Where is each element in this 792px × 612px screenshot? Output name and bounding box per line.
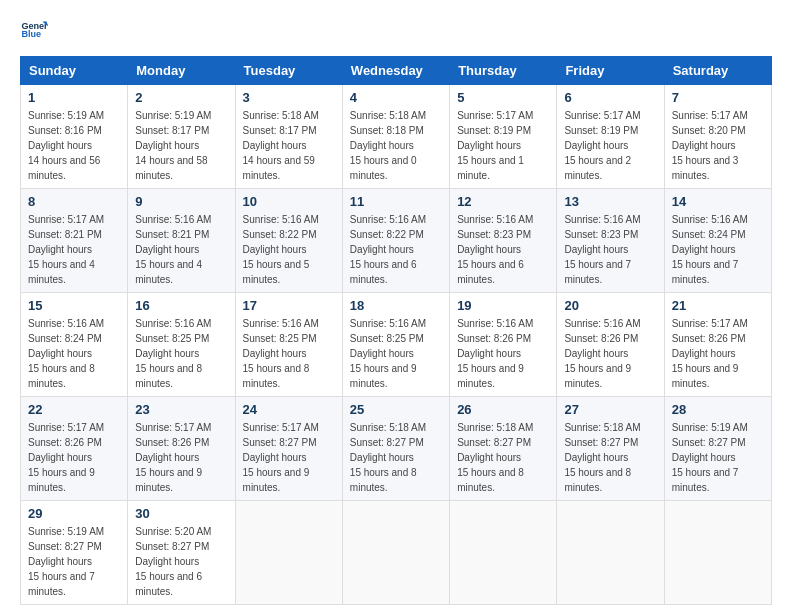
day-info: Sunrise: 5:16 AM Sunset: 8:25 PM Dayligh… [243,318,319,389]
weekday-header-row: SundayMondayTuesdayWednesdayThursdayFrid… [21,57,772,85]
day-number: 2 [135,90,227,105]
week-row-1: 1 Sunrise: 5:19 AM Sunset: 8:16 PM Dayli… [21,85,772,189]
day-number: 24 [243,402,335,417]
day-info: Sunrise: 5:17 AM Sunset: 8:26 PM Dayligh… [672,318,748,389]
day-number: 19 [457,298,549,313]
day-info: Sunrise: 5:16 AM Sunset: 8:25 PM Dayligh… [135,318,211,389]
day-info: Sunrise: 5:16 AM Sunset: 8:24 PM Dayligh… [28,318,104,389]
week-row-3: 15 Sunrise: 5:16 AM Sunset: 8:24 PM Dayl… [21,293,772,397]
logo-icon: General Blue [20,16,48,44]
day-number: 16 [135,298,227,313]
day-cell: 16 Sunrise: 5:16 AM Sunset: 8:25 PM Dayl… [128,293,235,397]
day-number: 28 [672,402,764,417]
weekday-header-wednesday: Wednesday [342,57,449,85]
day-cell: 15 Sunrise: 5:16 AM Sunset: 8:24 PM Dayl… [21,293,128,397]
weekday-header-thursday: Thursday [450,57,557,85]
day-cell: 2 Sunrise: 5:19 AM Sunset: 8:17 PM Dayli… [128,85,235,189]
day-info: Sunrise: 5:16 AM Sunset: 8:22 PM Dayligh… [243,214,319,285]
day-info: Sunrise: 5:18 AM Sunset: 8:17 PM Dayligh… [243,110,319,181]
day-cell: 1 Sunrise: 5:19 AM Sunset: 8:16 PM Dayli… [21,85,128,189]
day-cell: 11 Sunrise: 5:16 AM Sunset: 8:22 PM Dayl… [342,189,449,293]
day-cell: 21 Sunrise: 5:17 AM Sunset: 8:26 PM Dayl… [664,293,771,397]
calendar-table: SundayMondayTuesdayWednesdayThursdayFrid… [20,56,772,605]
weekday-header-sunday: Sunday [21,57,128,85]
day-info: Sunrise: 5:17 AM Sunset: 8:19 PM Dayligh… [564,110,640,181]
day-number: 10 [243,194,335,209]
day-number: 11 [350,194,442,209]
day-number: 6 [564,90,656,105]
day-number: 26 [457,402,549,417]
week-row-4: 22 Sunrise: 5:17 AM Sunset: 8:26 PM Dayl… [21,397,772,501]
day-number: 3 [243,90,335,105]
day-number: 18 [350,298,442,313]
day-info: Sunrise: 5:16 AM Sunset: 8:21 PM Dayligh… [135,214,211,285]
svg-text:Blue: Blue [21,29,41,39]
day-cell: 6 Sunrise: 5:17 AM Sunset: 8:19 PM Dayli… [557,85,664,189]
day-info: Sunrise: 5:19 AM Sunset: 8:27 PM Dayligh… [672,422,748,493]
day-cell: 24 Sunrise: 5:17 AM Sunset: 8:27 PM Dayl… [235,397,342,501]
day-cell: 5 Sunrise: 5:17 AM Sunset: 8:19 PM Dayli… [450,85,557,189]
day-cell: 22 Sunrise: 5:17 AM Sunset: 8:26 PM Dayl… [21,397,128,501]
day-cell: 23 Sunrise: 5:17 AM Sunset: 8:26 PM Dayl… [128,397,235,501]
weekday-header-tuesday: Tuesday [235,57,342,85]
day-info: Sunrise: 5:16 AM Sunset: 8:24 PM Dayligh… [672,214,748,285]
day-info: Sunrise: 5:16 AM Sunset: 8:26 PM Dayligh… [564,318,640,389]
logo: General Blue [20,16,48,44]
day-cell: 3 Sunrise: 5:18 AM Sunset: 8:17 PM Dayli… [235,85,342,189]
day-cell: 19 Sunrise: 5:16 AM Sunset: 8:26 PM Dayl… [450,293,557,397]
day-number: 17 [243,298,335,313]
day-number: 20 [564,298,656,313]
day-info: Sunrise: 5:16 AM Sunset: 8:23 PM Dayligh… [564,214,640,285]
day-number: 23 [135,402,227,417]
day-cell: 12 Sunrise: 5:16 AM Sunset: 8:23 PM Dayl… [450,189,557,293]
page-header: General Blue [20,16,772,44]
day-info: Sunrise: 5:17 AM Sunset: 8:26 PM Dayligh… [135,422,211,493]
day-info: Sunrise: 5:18 AM Sunset: 8:27 PM Dayligh… [564,422,640,493]
day-info: Sunrise: 5:16 AM Sunset: 8:25 PM Dayligh… [350,318,426,389]
day-info: Sunrise: 5:18 AM Sunset: 8:18 PM Dayligh… [350,110,426,181]
day-cell [664,501,771,605]
day-cell: 13 Sunrise: 5:16 AM Sunset: 8:23 PM Dayl… [557,189,664,293]
day-info: Sunrise: 5:16 AM Sunset: 8:23 PM Dayligh… [457,214,533,285]
day-cell: 9 Sunrise: 5:16 AM Sunset: 8:21 PM Dayli… [128,189,235,293]
day-number: 4 [350,90,442,105]
day-info: Sunrise: 5:16 AM Sunset: 8:26 PM Dayligh… [457,318,533,389]
day-cell: 30 Sunrise: 5:20 AM Sunset: 8:27 PM Dayl… [128,501,235,605]
day-info: Sunrise: 5:19 AM Sunset: 8:16 PM Dayligh… [28,110,104,181]
day-number: 7 [672,90,764,105]
day-info: Sunrise: 5:20 AM Sunset: 8:27 PM Dayligh… [135,526,211,597]
day-info: Sunrise: 5:16 AM Sunset: 8:22 PM Dayligh… [350,214,426,285]
day-number: 21 [672,298,764,313]
day-cell: 8 Sunrise: 5:17 AM Sunset: 8:21 PM Dayli… [21,189,128,293]
day-number: 25 [350,402,442,417]
day-number: 22 [28,402,120,417]
day-number: 1 [28,90,120,105]
day-cell: 28 Sunrise: 5:19 AM Sunset: 8:27 PM Dayl… [664,397,771,501]
day-info: Sunrise: 5:17 AM Sunset: 8:27 PM Dayligh… [243,422,319,493]
day-cell [235,501,342,605]
day-info: Sunrise: 5:17 AM Sunset: 8:26 PM Dayligh… [28,422,104,493]
weekday-header-friday: Friday [557,57,664,85]
day-cell: 18 Sunrise: 5:16 AM Sunset: 8:25 PM Dayl… [342,293,449,397]
day-cell: 29 Sunrise: 5:19 AM Sunset: 8:27 PM Dayl… [21,501,128,605]
calendar-body: 1 Sunrise: 5:19 AM Sunset: 8:16 PM Dayli… [21,85,772,605]
weekday-header-saturday: Saturday [664,57,771,85]
day-number: 15 [28,298,120,313]
day-number: 29 [28,506,120,521]
weekday-header-monday: Monday [128,57,235,85]
day-number: 14 [672,194,764,209]
day-cell: 4 Sunrise: 5:18 AM Sunset: 8:18 PM Dayli… [342,85,449,189]
day-info: Sunrise: 5:19 AM Sunset: 8:17 PM Dayligh… [135,110,211,181]
day-cell: 25 Sunrise: 5:18 AM Sunset: 8:27 PM Dayl… [342,397,449,501]
day-cell: 10 Sunrise: 5:16 AM Sunset: 8:22 PM Dayl… [235,189,342,293]
week-row-5: 29 Sunrise: 5:19 AM Sunset: 8:27 PM Dayl… [21,501,772,605]
day-info: Sunrise: 5:18 AM Sunset: 8:27 PM Dayligh… [457,422,533,493]
day-info: Sunrise: 5:17 AM Sunset: 8:19 PM Dayligh… [457,110,533,181]
day-number: 12 [457,194,549,209]
day-cell: 20 Sunrise: 5:16 AM Sunset: 8:26 PM Dayl… [557,293,664,397]
week-row-2: 8 Sunrise: 5:17 AM Sunset: 8:21 PM Dayli… [21,189,772,293]
day-cell: 7 Sunrise: 5:17 AM Sunset: 8:20 PM Dayli… [664,85,771,189]
day-cell: 26 Sunrise: 5:18 AM Sunset: 8:27 PM Dayl… [450,397,557,501]
day-number: 8 [28,194,120,209]
day-info: Sunrise: 5:17 AM Sunset: 8:21 PM Dayligh… [28,214,104,285]
